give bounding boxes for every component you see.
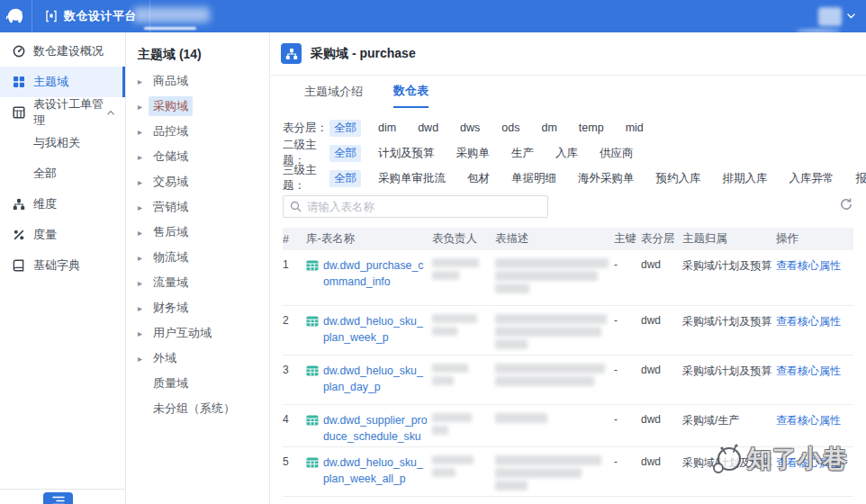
expand-arrow-icon[interactable]: ▸ [138,127,149,137]
domain-item-purchase[interactable]: ▸采购域 [126,94,269,119]
table-icon [13,106,25,119]
top-bar-right [818,0,855,32]
table-name-link[interactable]: dw.dwd_heluo_sku_plan_day_p [323,364,428,396]
expand-arrow-icon[interactable]: ▸ [138,102,149,112]
expand-arrow-icon[interactable]: ▸ [138,228,149,238]
expand-arrow-icon[interactable]: ▸ [138,76,149,86]
expand-arrow-icon[interactable]: ▸ [138,328,149,338]
filter-option[interactable]: dm [537,121,561,135]
row-index: 1 [283,250,306,271]
domain-path: 采购域/计划及预算 [682,356,776,379]
search-box [283,195,548,218]
table-name-link[interactable]: dw.dwd_heluo_sku_plan_week_all_p [323,455,428,488]
primary-key: - [614,405,641,426]
brand-title: 数仓设计平台 [64,8,137,24]
view-core-attributes-link[interactable]: 查看核心属性 [776,259,841,272]
filter-option[interactable]: ods [497,121,524,135]
filter-option[interactable]: 包材 [463,170,494,187]
table-name-link[interactable]: dw.dwd_heluo_sku_plan_week_p [323,314,428,346]
domain-item-marketing[interactable]: ▸营销域 [126,194,269,220]
table-row[interactable]: 2 dw.dwd_heluo_sku_plan_week_p - dwd 采购域… [283,306,853,356]
table-glyph-icon [306,364,319,377]
filter-option[interactable]: dim [374,121,401,135]
expand-arrow-icon[interactable]: ▸ [138,278,149,288]
sidebar-subitem-all[interactable]: 全部 [0,158,125,189]
filter-option[interactable]: 排期入库 [718,170,772,187]
filter-option[interactable]: 供应商 [595,145,638,162]
col-index: # [283,233,306,246]
domain-item-logistics[interactable]: ▸物流域 [126,245,269,270]
collapse-sidebar-button[interactable] [43,492,73,504]
table-layer: dwd [641,250,682,271]
filter-option[interactable]: dwd [413,121,443,135]
sidebar-item-subject-domain[interactable]: 主题域 [0,67,125,97]
domain-item-ungrouped[interactable]: ▸未分组（系统） [126,396,269,421]
sidebar-subitem-label: 与我相关 [33,135,80,151]
domain-item-finance[interactable]: ▸财务域 [126,295,269,320]
top-bar: 数仓设计平台 [0,0,866,32]
table-row[interactable]: 4 dw.dwd_supplier_produce_schedule_sku -… [283,405,853,447]
table-search-input[interactable] [283,195,548,218]
domain-header: 采购域 - purchase [270,32,866,76]
domain-item-goods[interactable]: ▸商品域 [126,68,269,94]
view-core-attributes-link[interactable]: 查看核心属性 [776,414,841,427]
sidebar-item-label: 度量 [33,227,57,243]
filter-option[interactable]: dws [456,121,484,135]
filter-option[interactable]: 海外采购单 [573,170,639,187]
filter-option[interactable]: 入库 [551,145,582,162]
expand-arrow-icon[interactable]: ▸ [138,354,149,364]
avatar[interactable] [818,7,842,26]
refresh-icon[interactable] [839,197,853,212]
table-name-link[interactable]: dw.dwd_supplier_produce_schedule_sku [323,413,428,446]
filter-label: 三级主题： [283,163,329,194]
filter-option[interactable]: 生产 [507,145,538,162]
table-row[interactable]: 1 dw.dwd_purchase_command_info - dwd 采购域… [283,250,853,306]
sidebar-item-measures[interactable]: 度量 [0,220,125,250]
filter-option[interactable]: 入库异常 [785,170,839,187]
expand-arrow-icon[interactable]: ▸ [138,152,149,162]
sidebar-item-dimensions[interactable]: 维度 [0,189,125,220]
table-row[interactable]: 3 dw.dwd_heluo_sku_plan_day_p - dwd 采购域/… [283,356,853,405]
sidebar-item-dictionary[interactable]: 基础字典 [0,250,125,281]
domain-item-trade[interactable]: ▸交易域 [126,169,269,194]
filter-option[interactable]: 报价 [852,170,866,187]
chevron-up-icon[interactable] [107,110,114,115]
col-table-name: 库-表名称 [306,231,432,247]
expand-arrow-icon[interactable]: ▸ [138,253,149,263]
chevron-down-icon[interactable] [847,14,855,19]
view-core-attributes-link[interactable]: 查看核心属性 [776,315,841,328]
table-name-link[interactable]: dw.dwd_purchase_command_info [323,258,428,291]
primary-key: - [614,306,641,327]
sidebar-subitem-related-to-me[interactable]: 与我相关 [0,128,125,158]
tab-warehouse-tables[interactable]: 数仓表 [393,76,428,108]
table-row[interactable]: 5 dw.dwd_heluo_sku_plan_week_all_p - dwd… [283,447,853,497]
view-core-attributes-link[interactable]: 查看核心属性 [776,364,841,377]
filter-option[interactable]: 全部 [329,120,361,137]
filter-option[interactable]: 单据明细 [507,170,561,187]
expand-arrow-icon[interactable]: ▸ [138,303,149,313]
sidebar-item-overview[interactable]: 数仓建设概况 [0,36,125,67]
domain-item-after-sales[interactable]: ▸售后域 [126,220,269,245]
sidebar-item-table-orders[interactable]: 表设计工单管理 [0,97,125,128]
filter-option[interactable]: 全部 [329,170,361,187]
filter-option[interactable]: temp [574,121,609,135]
app-logo[interactable] [0,0,32,32]
domain-item-external[interactable]: ▸外域 [126,346,269,371]
tab-domain-intro[interactable]: 主题域介绍 [304,76,363,108]
domain-item-user-interaction[interactable]: ▸用户互动域 [126,320,269,346]
expand-arrow-icon[interactable]: ▸ [138,177,149,187]
filter-option[interactable]: 采购单审批流 [374,170,450,187]
view-core-attributes-link[interactable]: 查看核心属性 [776,456,841,469]
domain-item-traffic[interactable]: ▸流量域 [126,270,269,295]
domain-item-quality-control[interactable]: ▸品控域 [126,119,269,144]
filter-option[interactable]: 采购单 [452,145,495,162]
filter-option[interactable]: mid [621,121,648,135]
domain-item-quality[interactable]: ▸质量域 [126,371,269,396]
filter-option[interactable]: 预约入库 [652,170,706,187]
description-redacted [495,405,614,426]
filter-option[interactable]: 计划及预算 [374,145,439,162]
domain-path: 采购域/计划及预算 [682,447,776,471]
filter-option[interactable]: 全部 [329,145,361,162]
domain-item-warehouse[interactable]: ▸仓储域 [126,144,269,169]
expand-arrow-icon[interactable]: ▸ [138,202,149,212]
